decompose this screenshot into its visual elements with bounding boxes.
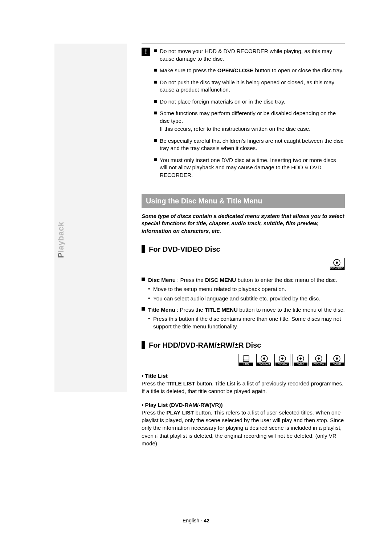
page-number: 42 <box>204 518 209 523</box>
disc-icon <box>296 355 305 363</box>
disc-icon <box>332 355 342 363</box>
svg-point-1 <box>336 262 338 264</box>
sub-bullet: Press this button if the disc contains m… <box>148 315 345 331</box>
caution-item: Be especially careful that children's fi… <box>154 137 345 152</box>
section-tab-label: Playback <box>56 222 66 258</box>
disc-icon <box>314 355 323 363</box>
badge-hdd: HDD <box>238 354 254 366</box>
section-tab-initial: P <box>56 252 65 258</box>
caution-list: Do not move your HDD & DVD RECORDER whil… <box>154 48 345 183</box>
disc-menu-sublist: Move to the setup menu related to playba… <box>148 285 345 302</box>
badge-dvdrw: DVD-RW <box>274 354 290 366</box>
disc-icon <box>260 355 269 363</box>
svg-rect-2 <box>243 356 249 360</box>
title-list-entry: • Title List Press the TITLE LIST button… <box>142 372 345 395</box>
svg-rect-3 <box>243 360 249 361</box>
caution-block: ! Do not move your HDD & DVD RECORDER wh… <box>142 48 345 183</box>
section-tab-rest: layback <box>56 222 65 252</box>
badge-dvdprw: DVD+RW <box>311 354 327 366</box>
badge-dvdpr: DVD+R <box>329 354 345 366</box>
section-heading: Using the Disc Menu & Title Menu <box>142 194 345 208</box>
badge-dvdram: DVD-RAM <box>256 354 272 366</box>
caution-item: Make sure to press the OPEN/CLOSE button… <box>154 67 345 74</box>
top-rule <box>142 44 345 44</box>
section-intro: Some type of discs contain a dedicated m… <box>142 213 345 235</box>
svg-point-5 <box>263 357 265 360</box>
badge-dvdr: DVD-R <box>293 354 309 366</box>
subheading-hdd-dvd: For HDD/DVD-RAM/±RW/±R Disc <box>142 341 345 349</box>
caution-item: Do not place foreign materials on or in … <box>154 98 345 106</box>
caution-icon: ! <box>142 48 150 56</box>
sub-bullet: You can select audio language and subtit… <box>148 295 345 302</box>
caution-item: Do not move your HDD & DVD RECORDER whil… <box>154 48 345 62</box>
hdd-icon <box>241 355 251 363</box>
caution-item: Do not push the disc tray while it is be… <box>154 79 345 94</box>
heading-bar-icon <box>142 341 145 349</box>
svg-point-9 <box>299 357 302 360</box>
page-footer: English - 42 <box>0 518 392 523</box>
title-menu-item: Title Menu : Press the TITLE MENU button… <box>142 306 345 331</box>
manual-page: Playback ! Do not move your HDD & DVD RE… <box>0 0 392 538</box>
heading-bar-icon <box>142 245 145 253</box>
disc-icon <box>332 259 342 267</box>
sub-bullet: Move to the setup menu related to playba… <box>148 285 345 293</box>
disc-icon <box>278 355 287 363</box>
badge-dvd-video: DVD-VIDEO <box>329 258 345 270</box>
disc-menu-item: Disc Menu : Press the DISC MENU button t… <box>142 276 345 302</box>
disc-menu-block: Disc Menu : Press the DISC MENU button t… <box>142 276 345 331</box>
content-column: ! Do not move your HDD & DVD RECORDER wh… <box>142 44 345 447</box>
svg-point-7 <box>281 357 283 360</box>
disc-type-badges: HDD DVD-RAM DVD-RW DVD-R DVD+RW DVD+R <box>142 354 345 366</box>
svg-point-13 <box>336 357 338 360</box>
title-menu-sublist: Press this button if the disc contains m… <box>148 315 345 331</box>
play-list-entry: • Play List (DVD-RAM/-RW(VR)) Press the … <box>142 401 345 448</box>
caution-item: Some functions may perform differently o… <box>154 110 345 133</box>
sidebar-column <box>54 44 127 392</box>
disc-type-badges: DVD-VIDEO <box>142 258 345 270</box>
subheading-dvd-video: For DVD-VIDEO Disc <box>142 245 345 253</box>
caution-item: You must only insert one DVD disc at a t… <box>154 157 345 179</box>
svg-point-11 <box>318 357 320 360</box>
